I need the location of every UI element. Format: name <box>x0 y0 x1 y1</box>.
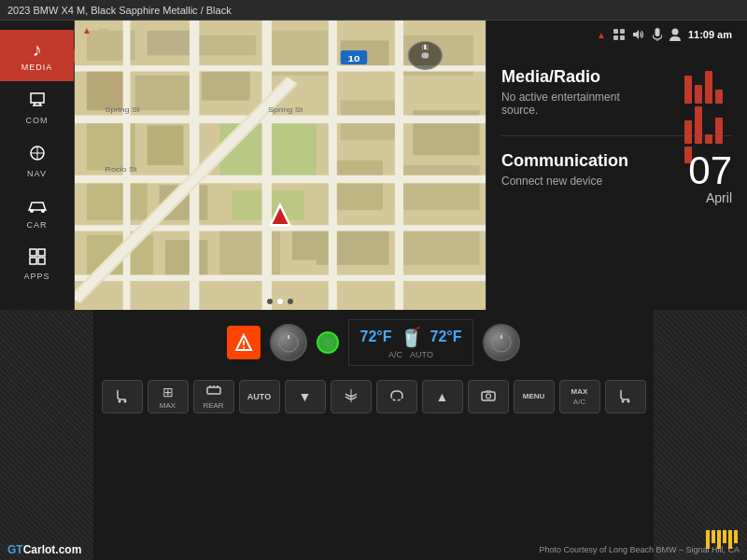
ac-indicator <box>317 331 339 354</box>
com-icon <box>28 91 47 114</box>
date-month: April <box>688 190 732 205</box>
watermark: GTCarlot.com Photo Courtesy of Long Beac… <box>0 543 747 556</box>
svg-text:Spring St: Spring St <box>105 105 140 114</box>
max-heat-btn[interactable]: ⊞ MAX <box>148 380 189 413</box>
auto-btn[interactable]: AUTO <box>239 380 280 413</box>
svg-point-68 <box>118 399 120 402</box>
max-ac-btn[interactable]: MAX A/C <box>559 380 600 413</box>
screen-dots <box>267 299 293 304</box>
carbon-texture-left <box>0 310 93 560</box>
rear-label: REAR <box>203 401 223 410</box>
fan-up-icon: ▲ <box>436 389 449 404</box>
svg-point-3 <box>30 209 34 213</box>
stripe-6 <box>734 530 738 543</box>
climate-display: 72°F 🥤 72°F A/C AUTO <box>348 319 474 366</box>
comm-title: Communication <box>501 151 628 171</box>
carbon-texture-right <box>654 310 747 560</box>
rear-btn[interactable]: REAR <box>193 380 234 413</box>
sidebar-item-apps[interactable]: APPS <box>0 239 74 290</box>
camera-icon <box>481 389 496 404</box>
svg-rect-20 <box>148 125 184 165</box>
right-panel: ▲ 11:09 am Media/Radio No active enterta… <box>486 21 747 310</box>
svg-rect-12 <box>195 35 256 55</box>
fan-up-btn[interactable]: ▲ <box>422 380 463 413</box>
right-climate-dial[interactable] <box>483 324 520 361</box>
comm-text: Communication Connect new device <box>501 151 628 188</box>
svg-rect-7 <box>30 258 36 264</box>
svg-rect-15 <box>202 70 250 100</box>
music-icon: ♪ <box>33 39 42 61</box>
sidebar-label-car: CAR <box>26 220 47 230</box>
climate-temps: 72°F 🥤 72°F <box>360 326 462 348</box>
media-radio-section: Media/Radio No active entertainment sour… <box>501 49 732 136</box>
eq-bar-4 <box>715 90 723 104</box>
svg-rect-13 <box>87 70 123 110</box>
auto-label-btn: AUTO <box>247 392 271 401</box>
communication-section: Communication Connect new device 07 Apri… <box>501 136 732 205</box>
max-label: MAX <box>160 401 176 410</box>
media-radio-subtitle: No active entertainment <box>501 91 620 104</box>
svg-rect-21 <box>87 180 148 220</box>
equalizer-visual <box>681 67 732 114</box>
date-day: 07 <box>688 151 732 190</box>
sidebar-item-com[interactable]: COM <box>0 81 74 134</box>
hazard-button[interactable] <box>227 326 261 359</box>
defrost-btn[interactable] <box>331 380 372 413</box>
sidebar-item-car[interactable]: CAR <box>0 188 74 239</box>
stripe-5 <box>728 530 732 549</box>
svg-rect-75 <box>482 392 495 400</box>
seat-icon <box>115 388 130 406</box>
seat-heat-right-btn[interactable] <box>605 380 646 413</box>
sidebar-label-apps: APPS <box>23 272 49 281</box>
max-icon: ⊞ <box>162 385 174 399</box>
svg-text:Spring St: Spring St <box>268 105 303 114</box>
media-radio-subtitle2: source. <box>501 104 620 117</box>
page-title: 2023 BMW X4 M, Black Sapphire Metallic /… <box>7 5 232 16</box>
menu-dots: ⋯ <box>99 24 109 36</box>
dashboard: 72°F 🥤 72°F A/C AUTO <box>0 310 747 560</box>
sidebar-item-media[interactable]: ♪ MEDIA <box>0 30 74 81</box>
recirc-btn[interactable] <box>376 380 417 413</box>
map-area: 10 Spring St Spring St Rocio St N ▲ ⋯ <box>75 21 486 310</box>
svg-rect-6 <box>38 249 45 256</box>
camera-btn[interactable] <box>468 380 509 413</box>
svg-rect-38 <box>75 275 486 281</box>
fan-down-icon: ▼ <box>299 389 312 404</box>
button-strip: ⊞ MAX REAR AUTO ▼ <box>97 375 651 418</box>
ac-label: A/C <box>388 350 402 359</box>
grid-icon <box>613 29 625 40</box>
svg-point-60 <box>671 29 678 35</box>
svg-point-77 <box>621 399 624 402</box>
seat-heat-left-btn[interactable] <box>102 380 143 413</box>
fan-down-btn[interactable]: ▼ <box>285 380 326 413</box>
sidebar-item-nav[interactable]: NAV <box>0 134 74 188</box>
svg-point-55 <box>421 52 429 58</box>
rear-icon <box>206 384 221 399</box>
sidebar: ♪ MEDIA COM NAV CAR APPS <box>0 21 75 310</box>
svg-rect-26 <box>395 165 480 210</box>
svg-rect-58 <box>655 28 659 36</box>
clock-display: 11:09 am <box>688 29 732 40</box>
stripe-2 <box>712 530 715 543</box>
auto-label: AUTO <box>410 350 433 359</box>
svg-rect-42 <box>329 21 337 310</box>
left-climate-dial[interactable] <box>270 324 307 361</box>
svg-rect-41 <box>262 21 272 310</box>
temp-left: 72°F <box>360 329 392 345</box>
svg-text:10: 10 <box>347 53 359 63</box>
eq-bar-3 <box>705 71 712 104</box>
yellow-stripe-decoration <box>706 530 738 549</box>
speaker-icon <box>632 29 645 40</box>
max-ac-sub: A/C <box>573 398 585 406</box>
svg-rect-30 <box>165 240 207 274</box>
svg-point-76 <box>486 394 490 399</box>
menu-btn[interactable]: MENU <box>514 380 555 413</box>
carlot-text: Carlot.com <box>23 543 82 556</box>
sidebar-label-com: COM <box>26 116 49 125</box>
defrost-icon <box>344 389 359 405</box>
gtcarlot-logo: GTCarlot.com <box>7 543 81 556</box>
temp-right: 72°F <box>430 329 462 345</box>
svg-text:Rocio St: Rocio St <box>105 165 137 174</box>
dot-3 <box>288 299 293 304</box>
svg-marker-57 <box>633 30 639 39</box>
